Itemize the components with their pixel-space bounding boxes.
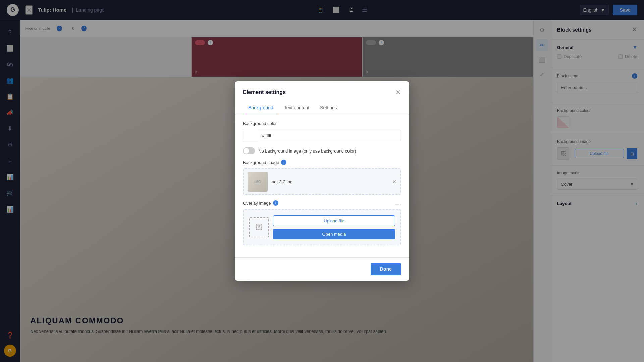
- toggle-row: No background image (only use background…: [243, 147, 401, 154]
- bg-color-group: Background color: [243, 121, 401, 142]
- bg-image-file-row: IMG pot-3-2.jpg ✕: [243, 168, 401, 195]
- color-text-input[interactable]: [258, 130, 401, 141]
- done-button[interactable]: Done: [371, 263, 401, 275]
- bg-file-remove-button[interactable]: ✕: [392, 179, 396, 185]
- overlay-info-icon[interactable]: i: [273, 200, 278, 206]
- bg-toggle[interactable]: [243, 147, 255, 154]
- overlay-open-media-button[interactable]: Open media: [273, 229, 395, 239]
- overlay-more-button[interactable]: ⋯: [395, 200, 401, 208]
- bg-image-section-label: Background image i: [243, 160, 401, 165]
- overlay-image-section-label: Overlay image i: [243, 200, 395, 206]
- bg-file-thumb: IMG: [248, 172, 268, 192]
- bg-file-name: pot-3-2.jpg: [272, 179, 392, 184]
- overlay-area-inner: 🖼 Upload file Open media: [249, 215, 395, 239]
- bg-color-label: Background color: [243, 121, 401, 126]
- overlay-placeholder: 🖼: [249, 217, 269, 237]
- modal-title: Element settings: [243, 89, 286, 95]
- element-settings-modal: Element settings ✕ Background Text conte…: [235, 81, 409, 281]
- overlay-image-area: 🖼 Upload file Open media: [243, 209, 401, 245]
- modal-header: Element settings ✕: [235, 81, 409, 96]
- modal-close-button[interactable]: ✕: [395, 88, 401, 96]
- bg-image-info-icon[interactable]: i: [281, 160, 286, 165]
- modal-footer: Done: [235, 257, 409, 281]
- overlay-upload-button[interactable]: Upload file: [273, 215, 395, 226]
- tab-background[interactable]: Background: [243, 102, 279, 114]
- modal-body: Background color No background image (on…: [235, 114, 409, 257]
- color-swatch[interactable]: [243, 129, 258, 142]
- color-input-row: [243, 129, 401, 142]
- bg-image-group: Background image i IMG pot-3-2.jpg ✕: [243, 160, 401, 195]
- toggle-label: No background image (only use background…: [258, 148, 356, 154]
- tab-text-content[interactable]: Text content: [279, 102, 315, 114]
- modal-tabs: Background Text content Settings: [235, 102, 409, 114]
- toggle-knob: [244, 148, 249, 154]
- overlay-image-group: Overlay image i ⋯ 🖼 Upload file Open med…: [243, 200, 401, 245]
- overlay-buttons: Upload file Open media: [273, 215, 395, 239]
- modal-overlay[interactable]: Element settings ✕ Background Text conte…: [0, 0, 644, 362]
- tab-settings[interactable]: Settings: [315, 102, 342, 114]
